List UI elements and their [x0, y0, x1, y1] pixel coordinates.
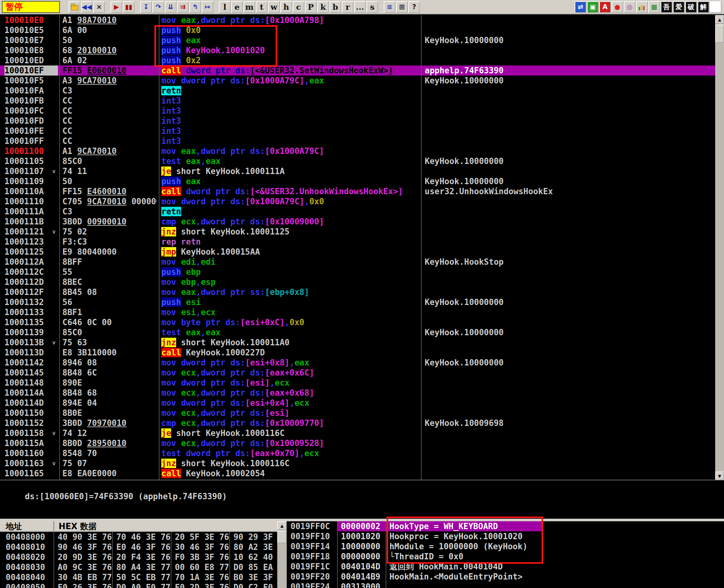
- step-into-button[interactable]: ↧: [140, 1, 152, 13]
- disasm-row[interactable]: 100010F5A3 9CA70010mov dword ptr ds:[0x1…: [0, 76, 715, 86]
- column-separator[interactable]: [59, 15, 60, 480]
- disasm-row[interactable]: 100010E0A1 98A70010mov eax,dword ptr ds:…: [0, 15, 715, 25]
- disasm-row[interactable]: 100010E750push eaxKeyHook.10000000: [0, 35, 715, 45]
- scroll-up-icon[interactable]: ▲: [715, 15, 724, 24]
- stack-row[interactable]: 0019FF1410000000hModule = 10000000 (KeyH…: [287, 541, 543, 551]
- disasm-row[interactable]: 100011458B48 6Cmov ecx,dword ptr ds:[eax…: [0, 368, 715, 378]
- stack-row[interactable]: 0019FF1800000000└ThreadID = 0x0: [287, 551, 543, 562]
- windows-window-button[interactable]: w: [268, 1, 280, 13]
- memory-dump-pane[interactable]: 地址 HEX 数据 0040800040 90 3E 7670 46 3E 76…: [0, 521, 277, 588]
- windows-list-button[interactable]: ⊞: [396, 1, 408, 13]
- dump-scrollbar[interactable]: ▲: [277, 521, 287, 588]
- disasm-row[interactable]: 100010EFFF15 E0600010call dword ptr ds:[…: [0, 65, 715, 76]
- dump-row[interactable]: 0040801090 46 3F 76E0 46 3F 7630 46 3F 7…: [0, 542, 277, 552]
- pause-button[interactable]: ▮▮: [123, 1, 135, 13]
- breakpoints-window-button[interactable]: b: [329, 1, 341, 13]
- disasm-row[interactable]: 1000111AC3retn: [0, 207, 715, 216]
- plugin-wu-button[interactable]: 吾: [661, 1, 672, 13]
- disasm-row[interactable]: 10001165E8 EA0E0000call KeyHook.10002054: [0, 468, 715, 479]
- disasm-row[interactable]: 10001163v75 07jnz short KeyHook.1000116C: [0, 458, 715, 468]
- disasm-row[interactable]: 10001100A1 9CA70010mov eax,dword ptr ds:…: [0, 146, 715, 156]
- plugin-dot-button[interactable]: ●: [611, 1, 623, 13]
- disasm-row[interactable]: 1000112C55push ebp: [0, 267, 715, 277]
- run-button[interactable]: ▶: [110, 1, 122, 13]
- scroll-down-icon[interactable]: ▼: [715, 471, 724, 480]
- stack-row[interactable]: 0019FF1C0040104D返回到 HookMain.0040104D: [287, 562, 543, 572]
- until-user-code-button[interactable]: ↦: [202, 1, 213, 13]
- disasm-row[interactable]: 100011428946 08mov dword ptr ds:[esi+0x8…: [0, 358, 715, 368]
- disasm-row[interactable]: 1000113256push esiKeyHook.10000000: [0, 297, 715, 307]
- disasm-scrollbar[interactable]: ▲ ▼: [715, 15, 724, 480]
- column-separator[interactable]: [421, 15, 422, 480]
- disasm-row[interactable]: 1000113Bv75 63jnz short KeyHook.100011A0: [0, 337, 715, 348]
- disasm-row[interactable]: 1000110950push eaxKeyHook.10000000: [0, 176, 715, 186]
- memory-window-button[interactable]: m: [244, 1, 255, 13]
- plugin-po-button[interactable]: 破: [685, 1, 697, 13]
- dump-row[interactable]: 0040802020 9D 3E 7620 F4 3E 76F0 3B 3F 7…: [0, 552, 277, 562]
- source-window-button[interactable]: s: [366, 1, 378, 13]
- dump-row[interactable]: 0040800040 90 3E 7670 46 3E 7620 5F 3E 7…: [0, 532, 277, 542]
- until-return-button[interactable]: ↰: [189, 1, 201, 13]
- open-file-button[interactable]: [69, 1, 80, 13]
- restart-button[interactable]: ◀◀: [81, 1, 93, 13]
- options-button[interactable]: ≡: [384, 1, 396, 13]
- disasm-row[interactable]: 10001125E9 80040000jmp KeyHook.100015AA: [0, 247, 715, 257]
- pane-splitter[interactable]: [0, 519, 724, 521]
- stack-row[interactable]: 0019FF2400313000: [287, 582, 543, 588]
- disasm-row[interactable]: 10001107v74 11je short KeyHook.1000111A: [0, 166, 715, 176]
- stack-row[interactable]: 0019FF0C00000002HookType = WH_KEYBOARD: [287, 521, 543, 531]
- disasm-row[interactable]: 1000115A8B0D 28950010mov ecx,dword ptr d…: [0, 438, 715, 448]
- disasm-row[interactable]: 1000110585C0test eax,eaxKeyHook.10000000: [0, 156, 715, 166]
- disasm-row[interactable]: 100010ED6A 02push 0x2: [0, 56, 715, 65]
- disasm-row[interactable]: 100011523B0D 70970010cmp ecx,dword ptr d…: [0, 418, 715, 428]
- column-separator[interactable]: [159, 15, 159, 480]
- run-trace-button[interactable]: ...: [354, 1, 366, 13]
- disasm-row[interactable]: 1000112F8B45 08mov eax,dword ptr ss:[ebp…: [0, 287, 715, 297]
- dump-row[interactable]: 0040804030 4B EB 7750 5C EB 7770 1A 3E 7…: [0, 572, 277, 582]
- animate-over-button[interactable]: ⇉: [177, 1, 189, 13]
- disasm-row[interactable]: 10001148890Emov dword ptr ds:[esi],ecx: [0, 378, 715, 388]
- references-window-button[interactable]: r: [342, 1, 354, 13]
- plugin-jie-button[interactable]: 解: [698, 1, 709, 13]
- call-stack-window-button[interactable]: k: [317, 1, 329, 13]
- plugin-bars-button[interactable]: [636, 1, 648, 13]
- disasm-row[interactable]: 100010FDCCint3: [0, 116, 715, 126]
- disasm-row[interactable]: 10001123F3:C3rep retn: [0, 237, 715, 247]
- blank-button[interactable]: [710, 1, 722, 13]
- disasm-row[interactable]: 1000111B3B0D 00900010cmp ecx,dword ptr d…: [0, 216, 715, 227]
- plugin-box-button[interactable]: ▣: [587, 1, 599, 13]
- plugin-grid-button[interactable]: ▦: [648, 1, 660, 13]
- disasm-row[interactable]: 10001110C705 9CA70010 00000000mov dword …: [0, 196, 715, 207]
- disasm-row[interactable]: 100011608548 70test dword ptr ds:[eax+0x…: [0, 448, 715, 458]
- disasm-row[interactable]: 100010FBCCint3: [0, 96, 715, 106]
- disasm-row[interactable]: 100010FFCCint3: [0, 136, 715, 146]
- close-program-button[interactable]: ×: [93, 1, 105, 13]
- disasm-row[interactable]: 100010E868 20100010push KeyHook.10001020: [0, 45, 715, 56]
- stack-row[interactable]: 0019FF20004014B9HookMain.<ModuleEntryPoi…: [287, 572, 543, 582]
- disasm-row[interactable]: 100010FECCint3: [0, 126, 715, 136]
- step-over-button[interactable]: ↷: [153, 1, 164, 13]
- disasm-row[interactable]: 1000110AFF15 E4600010call dword ptr ds:[…: [0, 186, 715, 196]
- patches-window-button[interactable]: P: [305, 1, 317, 13]
- log-window-button[interactable]: l: [219, 1, 230, 13]
- executables-window-button[interactable]: e: [231, 1, 243, 13]
- dump-row[interactable]: 00408050F0 26 3F 76D0 A0 F0 77F0 2D 3F 7…: [0, 582, 277, 588]
- disasm-row[interactable]: 1000113985C0test eax,eaxKeyHook.10000000: [0, 328, 715, 337]
- disasm-row[interactable]: 100011338BF1mov esi,ecx: [0, 307, 715, 317]
- disasm-row[interactable]: 100010FCCCint3: [0, 106, 715, 116]
- disasm-row[interactable]: 1000112D8BECmov ebp,esp: [0, 277, 715, 287]
- disasm-row[interactable]: 100011508B0Emov ecx,dword ptr ds:[esi]: [0, 408, 715, 418]
- disassembly-pane[interactable]: 100010E0A1 98A70010mov eax,dword ptr ds:…: [0, 15, 715, 480]
- threads-window-button[interactable]: t: [256, 1, 267, 13]
- stack-pane[interactable]: 0019FF0C00000002HookType = WH_KEYBOARD00…: [287, 521, 543, 588]
- scrollbar-thumb[interactable]: [277, 531, 287, 543]
- disasm-row[interactable]: 100010E56A 00push 0x0: [0, 25, 715, 35]
- disasm-row[interactable]: 1000112A8BFFmov edi,ediKeyHook.HookStop: [0, 257, 715, 267]
- disasm-row[interactable]: 100010FAC3retn: [0, 86, 715, 96]
- stack-row[interactable]: 0019FF1010001020Hookproc = KeyHook.10001…: [287, 531, 543, 541]
- disasm-row[interactable]: 1000114D894E 04mov dword ptr ds:[esi+0x4…: [0, 398, 715, 408]
- disasm-row[interactable]: 10001135C646 0C 00mov byte ptr ds:[esi+0…: [0, 317, 715, 328]
- disasm-row[interactable]: 1000114A8B48 68mov ecx,dword ptr ds:[eax…: [0, 388, 715, 398]
- animate-into-button[interactable]: ⇊: [165, 1, 177, 13]
- plugin-a-button[interactable]: A: [599, 1, 611, 13]
